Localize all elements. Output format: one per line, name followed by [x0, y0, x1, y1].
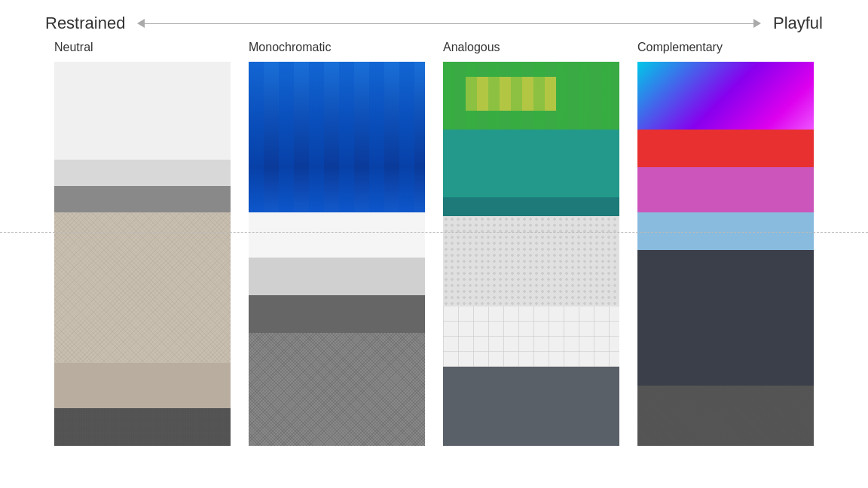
page-container: Restrained Playful Neutral Monochromatic [0, 0, 868, 446]
mono-swatch-1 [249, 62, 425, 212]
analogous-column: Analogous [434, 41, 628, 446]
neutral-swatch-5 [54, 363, 231, 408]
neutral-label: Neutral [54, 41, 231, 54]
mono-swatch-2 [249, 212, 425, 258]
ana-swatch-5 [443, 307, 619, 367]
comp-swatch-5 [637, 250, 814, 386]
restrained-label: Restrained [45, 14, 125, 33]
spectrum-arrow [137, 19, 761, 28]
analogous-card [443, 62, 619, 446]
neutral-swatch-3 [54, 186, 231, 212]
neutral-swatch-1 [54, 62, 231, 160]
monochromatic-column: Monochromatic [240, 41, 434, 446]
comp-swatch-1 [637, 62, 814, 130]
neutral-card [54, 62, 231, 446]
complementary-column: Complementary [628, 41, 823, 446]
neutral-swatch-4 [54, 212, 231, 363]
ana-swatch-3 [443, 197, 619, 216]
arrow-left-icon [137, 19, 145, 28]
neutral-column: Neutral [45, 41, 240, 446]
ana-swatch-2 [443, 130, 619, 197]
monochromatic-label: Monochromatic [249, 41, 425, 54]
comp-swatch-2 [637, 130, 814, 167]
mono-swatch-5 [249, 333, 425, 446]
columns-area: Neutral Monochromatic Analogo [0, 41, 868, 446]
arrow-line [145, 23, 753, 24]
mono-swatch-3 [249, 258, 425, 295]
neutral-swatch-2 [54, 160, 231, 186]
analogous-label: Analogous [443, 41, 619, 54]
arrow-right-icon [753, 19, 761, 28]
comp-swatch-4 [637, 212, 814, 250]
playful-label: Playful [773, 14, 823, 33]
monochromatic-card [249, 62, 425, 446]
header: Restrained Playful [0, 0, 868, 41]
ana-swatch-6 [443, 367, 619, 446]
comp-swatch-3 [637, 167, 814, 212]
complementary-card [637, 62, 814, 446]
ana-swatch-4 [443, 216, 619, 307]
ana-inner-highlight [466, 77, 556, 111]
comp-swatch-6 [637, 386, 814, 446]
complementary-label: Complementary [637, 41, 814, 54]
ana-swatch-1 [443, 62, 619, 130]
neutral-swatch-6 [54, 408, 231, 446]
mono-swatch-4 [249, 295, 425, 333]
